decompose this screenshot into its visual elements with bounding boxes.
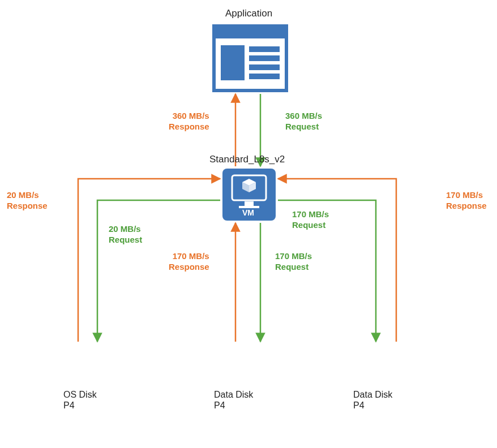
os-disk-line2: P4	[63, 400, 75, 410]
svg-rect-2	[221, 45, 245, 80]
svg-rect-3	[249, 46, 280, 52]
vm-caption: VM	[242, 208, 254, 217]
svg-rect-6	[249, 74, 280, 79]
data-disk-1-line2: P4	[214, 400, 225, 410]
os-disk-line1: OS Disk	[63, 390, 97, 399]
data-disk-1-label: Data Disk P4	[214, 389, 253, 411]
data-disk-2-label: Data Disk P4	[353, 389, 392, 411]
os-request-label: 20 MB/sRequest	[109, 224, 142, 245]
vm-type-label: Standard_L8s_v2	[209, 154, 285, 165]
dd2-response-label: 170 MB/sResponse	[446, 190, 487, 212]
dd1-response-label: 170 MB/sResponse	[169, 251, 209, 273]
dd2-request-label: 170 MB/sRequest	[292, 209, 329, 231]
os-disk-label: OS Disk P4	[63, 389, 97, 411]
application-label: Application	[225, 8, 272, 19]
app-request-label: 360 MB/sRequest	[285, 111, 322, 132]
data-disk-1-line1: Data Disk	[214, 390, 253, 399]
app-response-label: 360 MB/sResponse	[169, 111, 209, 132]
svg-rect-9	[245, 201, 254, 206]
data-disk-2-line2: P4	[353, 400, 365, 410]
dd1-request-label: 170 MB/sRequest	[275, 251, 312, 273]
svg-rect-4	[249, 55, 280, 61]
svg-rect-5	[249, 64, 280, 70]
data-disk-2-line1: Data Disk	[353, 390, 392, 399]
os-response-label: 20 MB/sResponse	[7, 190, 48, 212]
svg-rect-1	[214, 26, 286, 38]
diagram-canvas	[0, 0, 497, 448]
application-icon	[214, 26, 286, 91]
